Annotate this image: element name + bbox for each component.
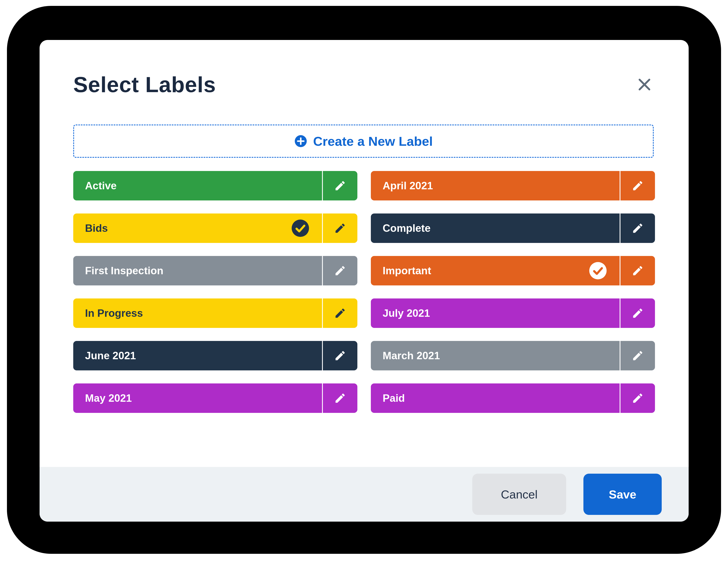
edit-label-button[interactable] (620, 383, 655, 413)
label-name: Bids (85, 222, 108, 234)
label-column-right: April 2021 Complete Important (371, 171, 655, 413)
label-chip[interactable]: Important (371, 256, 655, 285)
label-chip-main[interactable]: Active (73, 171, 322, 201)
pencil-icon (334, 180, 346, 192)
pencil-icon (334, 392, 346, 404)
pencil-icon (632, 392, 644, 404)
label-chip-main[interactable]: First Inspection (73, 256, 322, 285)
create-new-label-button[interactable]: Create a New Label (73, 125, 654, 158)
label-name: March 2021 (383, 349, 440, 362)
edit-label-button[interactable] (620, 214, 655, 243)
x-icon (636, 76, 653, 93)
edit-label-button[interactable] (620, 171, 655, 201)
label-name: July 2021 (383, 307, 430, 319)
edit-label-button[interactable] (620, 341, 655, 370)
label-chip-main[interactable]: Bids (73, 214, 322, 243)
label-name: Complete (383, 222, 431, 234)
label-chip[interactable]: Complete (371, 214, 655, 243)
label-chip[interactable]: Paid (371, 383, 655, 413)
select-labels-modal: Select Labels Create a New Label (40, 40, 689, 522)
pencil-icon (334, 349, 346, 362)
label-name: Paid (383, 392, 405, 404)
label-chip-main[interactable]: July 2021 (371, 298, 620, 328)
label-chip[interactable]: Active (73, 171, 357, 201)
cancel-button[interactable]: Cancel (472, 474, 566, 515)
plus-circle-icon (294, 135, 307, 148)
label-chip[interactable]: July 2021 (371, 298, 655, 328)
label-chip-main[interactable]: In Progress (73, 298, 322, 328)
edit-label-button[interactable] (322, 383, 357, 413)
check-circle-icon (588, 261, 607, 280)
label-chip-main[interactable]: Complete (371, 214, 620, 243)
save-button[interactable]: Save (583, 474, 662, 515)
edit-label-button[interactable] (322, 341, 357, 370)
page-background: Select Labels Create a New Label (0, 0, 728, 562)
label-chip-main[interactable]: March 2021 (371, 341, 620, 370)
label-chip-main[interactable]: June 2021 (73, 341, 322, 370)
label-chip[interactable]: June 2021 (73, 341, 357, 370)
label-name: Active (85, 180, 117, 192)
label-name: May 2021 (85, 392, 132, 404)
create-new-label-text: Create a New Label (313, 134, 433, 149)
pencil-icon (632, 222, 644, 234)
pencil-icon (632, 265, 644, 277)
pencil-icon (632, 180, 644, 192)
edit-label-button[interactable] (322, 214, 357, 243)
close-button[interactable] (632, 72, 657, 97)
pencil-icon (334, 265, 346, 277)
pencil-icon (334, 222, 346, 234)
label-grid: Active Bids (73, 171, 655, 413)
label-chip-main[interactable]: Important (371, 256, 620, 285)
label-column-left: Active Bids (73, 171, 357, 413)
label-name: April 2021 (383, 180, 433, 192)
label-chip[interactable]: In Progress (73, 298, 357, 328)
modal-footer: Cancel Save (40, 467, 689, 522)
label-chip[interactable]: March 2021 (371, 341, 655, 370)
label-chip[interactable]: First Inspection (73, 256, 357, 285)
edit-label-button[interactable] (322, 256, 357, 285)
label-name: Important (383, 265, 431, 277)
label-name: In Progress (85, 307, 143, 319)
check-circle-icon (291, 219, 310, 238)
edit-label-button[interactable] (322, 171, 357, 201)
modal-title: Select Labels (73, 73, 216, 96)
edit-label-button[interactable] (322, 298, 357, 328)
black-frame: Select Labels Create a New Label (7, 6, 721, 554)
label-chip-main[interactable]: May 2021 (73, 383, 322, 413)
label-name: First Inspection (85, 265, 163, 277)
label-chip[interactable]: Bids (73, 214, 357, 243)
label-chip[interactable]: April 2021 (371, 171, 655, 201)
pencil-icon (632, 349, 644, 362)
label-chip[interactable]: May 2021 (73, 383, 357, 413)
edit-label-button[interactable] (620, 298, 655, 328)
edit-label-button[interactable] (620, 256, 655, 285)
pencil-icon (334, 307, 346, 319)
pencil-icon (632, 307, 644, 319)
label-name: June 2021 (85, 349, 136, 362)
label-chip-main[interactable]: April 2021 (371, 171, 620, 201)
label-chip-main[interactable]: Paid (371, 383, 620, 413)
